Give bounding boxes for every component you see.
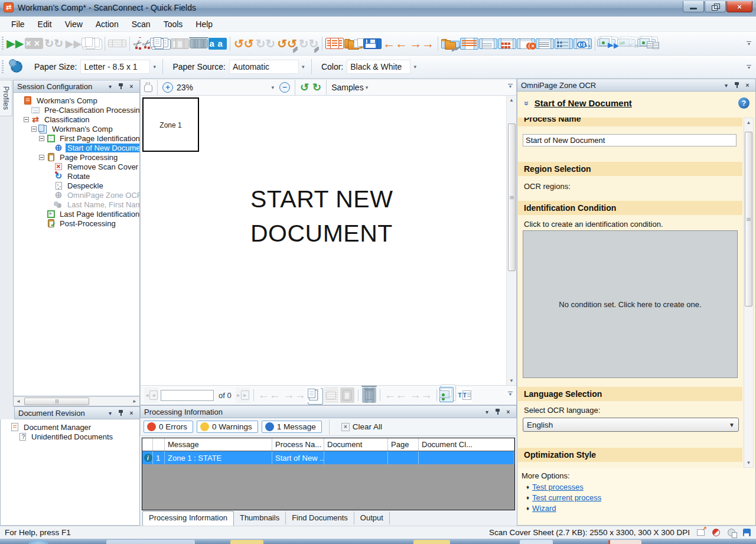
rotate-left-icon[interactable]: ↺: [300, 81, 309, 94]
help-icon[interactable]: ?: [738, 97, 750, 109]
pan-hand-icon[interactable]: [144, 84, 152, 92]
profiles-tab[interactable]: Profiles: [0, 80, 12, 116]
import-icon[interactable]: [382, 34, 408, 53]
panel-menu-icon[interactable]: ▾: [722, 81, 731, 89]
start-scan-icon[interactable]: [6, 34, 24, 53]
undo-icon[interactable]: [233, 34, 255, 53]
store-documents-icon[interactable]: [344, 41, 363, 48]
ocr-language-select[interactable]: English ▼: [523, 418, 739, 432]
panel-pin-icon[interactable]: [116, 82, 125, 90]
samples-menu[interactable]: Samples ▾: [331, 83, 370, 92]
image-view-icon[interactable]: [439, 387, 454, 402]
panel-close-icon[interactable]: ×: [504, 408, 513, 416]
tree-item[interactable]: Post-Processing: [14, 219, 139, 228]
scrollbar-thumb[interactable]: [24, 398, 89, 405]
toggle-session-configuration-icon[interactable]: [441, 41, 460, 48]
text-view-icon[interactable]: [458, 387, 472, 403]
taskbar-button[interactable]: [413, 540, 450, 544]
menu-item[interactable]: Help: [189, 18, 219, 31]
tree-item[interactable]: Remove Scan Cover Sheet: [14, 162, 139, 171]
tree-item[interactable]: Last Name, First Name: [14, 200, 139, 209]
storage-icon[interactable]: [108, 40, 126, 47]
scan-page-canvas[interactable]: Zone 1 START NEW DOCUMENT ▲ ▼: [141, 96, 516, 385]
ocr-zone-box[interactable]: Zone 1: [142, 97, 199, 152]
scroll-up-icon[interactable]: ▲: [744, 118, 753, 127]
message-filter-button[interactable]: 0 Errors: [144, 421, 193, 433]
toggle-document-revision-panel-icon[interactable]: [555, 38, 573, 49]
menu-item[interactable]: View: [58, 18, 89, 31]
restore-button[interactable]: [705, 1, 726, 12]
menu-item[interactable]: Tools: [157, 18, 190, 31]
next-page-icon[interactable]: [283, 387, 307, 403]
taskbar-button[interactable]: [106, 540, 195, 544]
panel-menu-icon[interactable]: ▾: [106, 409, 115, 417]
tree-expander-icon[interactable]: [31, 126, 37, 132]
redo-icon[interactable]: [255, 34, 276, 53]
paper-size-dropdown-icon[interactable]: ▾: [150, 60, 159, 74]
save-status-icon[interactable]: [742, 528, 751, 538]
panel-close-icon[interactable]: ×: [127, 409, 136, 417]
clear-all-button[interactable]: × Clear All: [337, 421, 387, 432]
toggle-search-panel-icon[interactable]: [573, 38, 592, 49]
tree-item[interactable]: Classification: [14, 115, 139, 124]
bottom-tab[interactable]: Processing Information: [142, 511, 234, 526]
scroll-down-icon[interactable]: ▼: [744, 458, 753, 467]
zoom-dropdown-icon[interactable]: ▾: [269, 84, 276, 90]
panel-close-icon[interactable]: ×: [127, 82, 136, 90]
scrollbar-thumb[interactable]: [745, 132, 752, 307]
tree-item[interactable]: Pre-Classification Processing: [14, 105, 139, 115]
send-pages-icon[interactable]: [82, 38, 100, 47]
taskbar-button[interactable]: [520, 540, 553, 544]
tree-item[interactable]: Workman's Comp: [14, 96, 139, 105]
table-row[interactable]: i 1 Zone 1 : STATE Start of New ...: [142, 451, 514, 464]
panel-close-icon[interactable]: ×: [743, 81, 752, 89]
split-page-icon[interactable]: [324, 387, 338, 403]
toolbar-overflow-icon[interactable]: ▾: [508, 84, 515, 88]
column-header[interactable]: Document: [324, 438, 388, 451]
panel-pin-icon[interactable]: [493, 408, 502, 416]
session-settings-icon[interactable]: [325, 38, 344, 49]
toggle-thumbnails-panel-icon[interactable]: [498, 38, 516, 49]
more-options-link[interactable]: Wizard: [532, 504, 556, 513]
scanner-settings-icon[interactable]: [11, 61, 22, 73]
delete-page-icon[interactable]: [362, 387, 376, 403]
scrollbar-thumb[interactable]: [508, 123, 516, 271]
zoom-level-select[interactable]: 23% ▾: [177, 83, 276, 92]
last-page-icon[interactable]: [236, 387, 250, 403]
ocr-panel-scrollbar[interactable]: ▲ ▼: [744, 118, 754, 468]
taskbar-button[interactable]: [230, 540, 263, 544]
scroll-right-icon[interactable]: ►: [130, 397, 139, 406]
panel-menu-icon[interactable]: ▾: [106, 82, 115, 90]
menu-item[interactable]: Scan: [125, 18, 157, 31]
more-options-link[interactable]: Test processes: [532, 483, 584, 491]
tree-item[interactable]: OmniPage Zone OCR: [14, 190, 139, 200]
toolbar-overflow-icon[interactable]: ▾: [747, 65, 754, 69]
display-images-icon[interactable]: [597, 39, 615, 47]
bottom-tab[interactable]: Find Documents: [286, 512, 354, 525]
copy-pages-icon[interactable]: [150, 38, 168, 47]
delete-icon[interactable]: [190, 39, 208, 48]
rename-icon[interactable]: [208, 38, 227, 50]
bottom-tab[interactable]: Output: [354, 512, 390, 525]
tree-item[interactable]: Start of New Document: [14, 143, 139, 152]
close-button[interactable]: ×: [726, 1, 752, 12]
panel-pin-icon[interactable]: [116, 409, 125, 417]
redo-all-icon[interactable]: [298, 34, 320, 53]
paste-page-icon[interactable]: [340, 387, 354, 403]
undo-page-icon[interactable]: [384, 387, 408, 403]
identification-condition-box[interactable]: No condition set. Click here to create o…: [523, 230, 738, 378]
menu-item[interactable]: Action: [89, 18, 125, 31]
session-horizontal-scrollbar[interactable]: ◄ ►: [13, 396, 140, 406]
paper-size-select[interactable]: Letter - 8.5 x 1: [80, 60, 150, 74]
scroll-up-icon[interactable]: ▲: [507, 96, 516, 105]
column-header[interactable]: Document Cl...: [419, 438, 514, 451]
toggle-fields-panel-icon[interactable]: [479, 38, 497, 49]
panel-pin-icon[interactable]: [732, 81, 741, 89]
zoom-out-icon[interactable]: −: [279, 82, 290, 93]
toggle-zone-ocr-panel-icon[interactable]: [460, 38, 478, 50]
scan-append-icon[interactable]: [64, 34, 83, 53]
redo-page-icon[interactable]: [409, 387, 433, 403]
menu-item[interactable]: Edit: [31, 18, 58, 31]
page-number-input[interactable]: [160, 387, 214, 403]
message-filter-button[interactable]: 0 Warnings: [197, 421, 258, 433]
